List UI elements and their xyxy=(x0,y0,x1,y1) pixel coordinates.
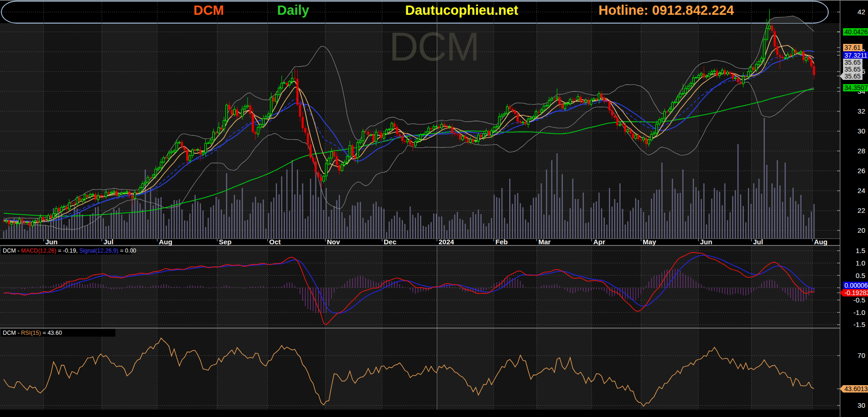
svg-text:24: 24 xyxy=(857,187,865,194)
svg-text:26: 26 xyxy=(857,167,865,175)
svg-text:35.65: 35.65 xyxy=(844,66,861,73)
svg-text:Feb: Feb xyxy=(495,238,508,246)
svg-text:Jul: Jul xyxy=(103,238,114,246)
svg-text:DCM - MACD(12,26) = -0.19, Sig: DCM - MACD(12,26) = -0.19, Signal(12,26,… xyxy=(3,248,136,254)
svg-text:1.0: 1.0 xyxy=(856,259,865,267)
svg-text:Dautucophieu.net: Dautucophieu.net xyxy=(405,3,518,18)
svg-text:Sep: Sep xyxy=(219,238,232,246)
svg-text:30: 30 xyxy=(857,401,865,409)
svg-text:-0.5: -0.5 xyxy=(853,296,865,304)
svg-text:DCM - RSI(15) = 43.60: DCM - RSI(15) = 43.60 xyxy=(3,330,62,336)
svg-text:DCM: DCM xyxy=(389,24,479,69)
svg-text:Apr: Apr xyxy=(593,238,605,246)
svg-text:32: 32 xyxy=(857,107,865,115)
svg-text:34.3507: 34.3507 xyxy=(844,84,868,91)
svg-text:Daily: Daily xyxy=(277,3,309,18)
svg-text:20: 20 xyxy=(857,226,865,234)
svg-text:-1.0: -1.0 xyxy=(853,308,865,316)
svg-text:2024: 2024 xyxy=(439,238,454,246)
svg-text:30: 30 xyxy=(857,127,865,135)
svg-text:Hotline: 0912.842.224: Hotline: 0912.842.224 xyxy=(598,3,734,18)
svg-text:Nov: Nov xyxy=(327,238,340,246)
svg-text:35.65: 35.65 xyxy=(844,73,861,80)
svg-text:0.00006: 0.00006 xyxy=(844,282,868,289)
svg-text:Jun: Jun xyxy=(45,238,58,246)
svg-text:Oct: Oct xyxy=(269,238,281,246)
svg-text:70: 70 xyxy=(857,351,865,359)
svg-text:35.65: 35.65 xyxy=(844,59,861,66)
svg-text:40.0426: 40.0426 xyxy=(844,28,868,36)
svg-text:42: 42 xyxy=(857,8,865,16)
svg-text:0.5: 0.5 xyxy=(856,272,865,279)
svg-text:May: May xyxy=(643,238,657,246)
svg-text:Mar: Mar xyxy=(538,238,551,246)
svg-text:Dec: Dec xyxy=(384,238,397,246)
svg-text:Jul: Jul xyxy=(753,238,763,246)
svg-text:22: 22 xyxy=(857,206,865,214)
svg-text:37.61: 37.61 xyxy=(844,44,861,51)
svg-text:Jun: Jun xyxy=(700,238,712,246)
svg-text:-0.19283: -0.19283 xyxy=(844,289,868,296)
svg-text:DCM: DCM xyxy=(193,3,224,18)
svg-text:43.6013: 43.6013 xyxy=(844,385,868,393)
svg-text:-1.5: -1.5 xyxy=(853,320,865,328)
svg-text:Aug: Aug xyxy=(814,238,827,246)
svg-text:37.3211: 37.3211 xyxy=(844,52,868,59)
svg-text:28: 28 xyxy=(857,147,865,155)
svg-text:Aug: Aug xyxy=(159,238,172,246)
svg-text:1.5: 1.5 xyxy=(856,247,865,254)
